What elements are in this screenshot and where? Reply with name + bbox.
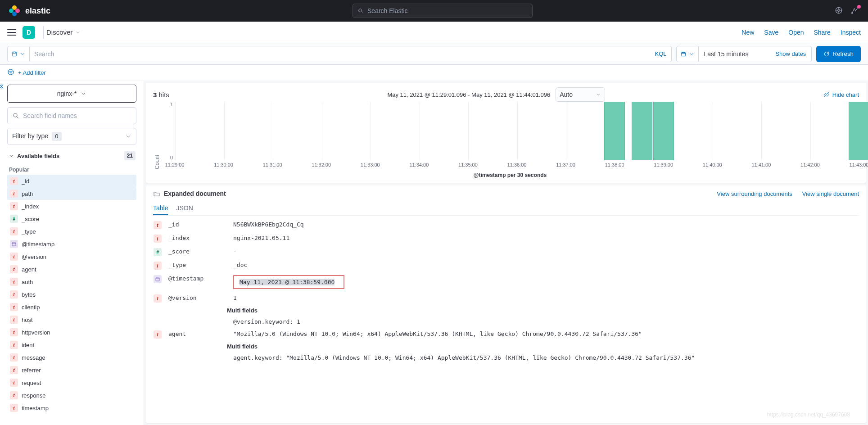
breadcrumb[interactable]: Discover: [43, 26, 81, 39]
doc-tabs: Table JSON: [153, 202, 859, 216]
query-bar: Search KQL Last 15 minutes Show dates Re…: [0, 43, 868, 65]
chart-yticks: 1 0: [165, 102, 173, 160]
histogram-chart[interactable]: Count 1 0 11:29:0011:30:0011:31:0011:32:…: [153, 102, 859, 178]
refresh-button[interactable]: Refresh: [816, 46, 861, 62]
space-selector[interactable]: D: [23, 26, 35, 39]
histogram-bar[interactable]: [653, 102, 674, 160]
avail-fields-count: 21: [124, 151, 136, 160]
available-fields-header[interactable]: Available fields 21: [7, 149, 136, 163]
type-token: t: [10, 190, 18, 198]
histogram-bar[interactable]: [849, 102, 868, 160]
histogram-bar[interactable]: [632, 102, 652, 160]
top-nav-open[interactable]: Open: [788, 29, 804, 36]
saved-queries-button[interactable]: [7, 46, 30, 62]
field-item[interactable]: ttimestamp: [7, 402, 136, 414]
field-item[interactable]: tident: [7, 339, 136, 351]
field-item[interactable]: tclientip: [7, 301, 136, 313]
field-item[interactable]: #_score: [7, 212, 136, 225]
filter-options-button[interactable]: [7, 68, 14, 77]
global-search[interactable]: Search Elastic: [353, 4, 533, 18]
field-item[interactable]: tagent: [7, 263, 136, 276]
chevron-down-icon: [688, 51, 695, 57]
chevron-down-icon: [19, 51, 26, 57]
field-item[interactable]: tbytes: [7, 288, 136, 301]
field-item[interactable]: @timestamp: [7, 238, 136, 250]
fields-sidebar: nginx-* Search field names Filter by typ…: [0, 81, 144, 425]
type-token: t: [10, 366, 18, 374]
field-item[interactable]: treferrer: [7, 364, 136, 376]
query-input[interactable]: Search KQL: [30, 46, 672, 62]
app-header: D Discover New Save Open Share Inspect: [0, 22, 868, 43]
help-icon[interactable]: [835, 6, 843, 16]
xtick: 11:31:00: [263, 162, 282, 167]
field-name: referrer: [22, 367, 41, 374]
field-item[interactable]: t_id: [7, 175, 136, 187]
field-item[interactable]: tresponse: [7, 389, 136, 402]
field-name: httpversion: [22, 329, 50, 336]
index-pattern-selector[interactable]: nginx-*: [7, 85, 136, 103]
field-item[interactable]: tmessage: [7, 351, 136, 364]
xtick: 11:32:00: [312, 162, 331, 167]
view-single-link[interactable]: View single document: [802, 190, 859, 197]
doc-field-key: _index: [168, 235, 227, 241]
newsfeed-icon[interactable]: [851, 6, 859, 16]
field-name: request: [22, 380, 41, 386]
field-name: _score: [22, 216, 39, 222]
tab-json[interactable]: JSON: [176, 202, 193, 215]
elastic-logo[interactable]: [9, 5, 20, 16]
field-item[interactable]: thttpversion: [7, 326, 136, 339]
refresh-icon: [823, 51, 830, 57]
filter-by-type-select[interactable]: Filter by type 0: [7, 128, 136, 145]
field-name: response: [22, 392, 45, 399]
field-item[interactable]: thost: [7, 313, 136, 326]
field-search-input[interactable]: Search field names: [7, 107, 136, 124]
field-name: timestamp: [22, 405, 49, 411]
field-name: _index: [22, 203, 39, 210]
interval-select[interactable]: Auto: [556, 87, 605, 102]
query-language-switch[interactable]: KQL: [655, 50, 667, 57]
expanded-document-header: Expanded document: [153, 190, 226, 197]
type-token: t: [10, 379, 18, 387]
field-item[interactable]: t@version: [7, 250, 136, 263]
filter-row: + Add filter: [0, 65, 868, 81]
date-range-display[interactable]: Last 15 minutes Show dates: [699, 46, 812, 62]
type-token: t: [10, 353, 18, 362]
field-item[interactable]: tpath: [7, 187, 136, 200]
nav-toggle-button[interactable]: [7, 29, 16, 36]
folder-open-icon: [153, 190, 160, 197]
add-filter-button[interactable]: + Add filter: [18, 69, 46, 76]
chart-ylabel: Count: [153, 102, 161, 178]
field-item[interactable]: trequest: [7, 376, 136, 389]
top-nav-share[interactable]: Share: [814, 29, 831, 36]
svg-rect-11: [681, 52, 685, 56]
svg-rect-10: [14, 52, 16, 53]
collapse-sidebar-button[interactable]: [0, 83, 5, 91]
xtick: 11:35:00: [458, 162, 478, 167]
hide-chart-button[interactable]: Hide chart: [823, 91, 859, 98]
xtick: 11:37:00: [556, 162, 575, 167]
svg-rect-9: [12, 52, 16, 56]
field-name: message: [22, 354, 45, 361]
index-pattern-label: nginx-*: [57, 90, 77, 97]
query-placeholder: Search: [34, 50, 54, 58]
field-item[interactable]: t_type: [7, 225, 136, 238]
field-item[interactable]: t_index: [7, 200, 136, 212]
svg-line-1: [362, 12, 363, 13]
xtick: 11:33:00: [361, 162, 380, 167]
doc-field-key: _type: [168, 262, 227, 268]
doc-field-row: t_indexnginx-2021.05.11: [153, 232, 859, 245]
filter-type-count: 0: [52, 132, 62, 141]
view-surrounding-link[interactable]: View surrounding documents: [717, 190, 792, 197]
top-nav-inspect[interactable]: Inspect: [841, 29, 861, 36]
show-dates-link[interactable]: Show dates: [775, 50, 806, 57]
top-nav-new[interactable]: New: [741, 29, 754, 36]
histogram-bar[interactable]: [604, 102, 625, 160]
xtick: 11:41:00: [751, 162, 771, 167]
multi-fields-label: Multi fields: [227, 343, 859, 350]
date-quick-select-button[interactable]: [676, 46, 699, 62]
top-nav-save[interactable]: Save: [764, 29, 778, 36]
field-item[interactable]: tauth: [7, 276, 136, 288]
type-token: t: [10, 202, 18, 210]
tab-table[interactable]: Table: [153, 202, 168, 215]
doc-field-key: @timestamp: [168, 275, 227, 282]
